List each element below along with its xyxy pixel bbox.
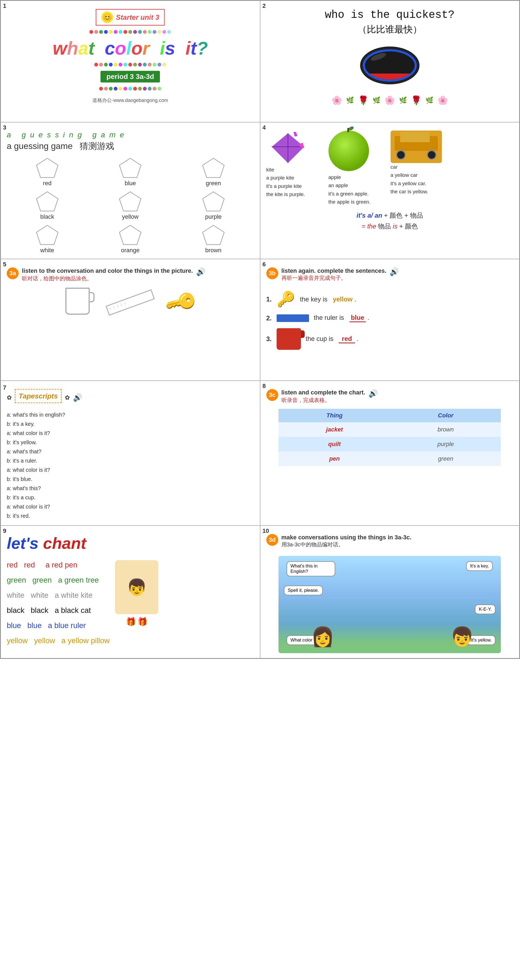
table-thing-3: pen bbox=[279, 452, 390, 466]
blue-ruler-image bbox=[277, 314, 309, 322]
sentence-row-2: 2. the ruler is blue . bbox=[266, 314, 514, 322]
starter-banner: 😊 Starter unit 3 bbox=[96, 9, 165, 26]
dot bbox=[157, 30, 161, 34]
speaker-icon-7[interactable]: 🔊 bbox=[73, 391, 82, 404]
chant-line-red: red red a red pen bbox=[7, 557, 110, 573]
gift-boxes: 🎁 🎁 bbox=[126, 617, 147, 627]
cell-2: 2 who is the quickest? （比比谁最快） 🌸 🌿 🌹 🌿 🌸… bbox=[260, 0, 520, 122]
section-header-6: 3b listen again. complete the sentences.… bbox=[266, 267, 514, 286]
dot bbox=[133, 30, 137, 34]
pentagon-item-white: white bbox=[7, 224, 88, 254]
pentagon-svg-green bbox=[201, 157, 225, 179]
dots-row-extra bbox=[99, 87, 161, 91]
guessing-title-en: a g u e s s i n g g a m e bbox=[7, 130, 254, 139]
cell-number-3: 3 bbox=[3, 124, 6, 131]
cell-number-1: 1 bbox=[3, 2, 6, 10]
table-row-3: pen green bbox=[279, 452, 501, 466]
key-object: 🔑 bbox=[168, 290, 195, 315]
sentence-num-2: 2. bbox=[266, 314, 272, 322]
flower-icon: 🌹 bbox=[411, 95, 422, 105]
dots-row-top bbox=[89, 30, 171, 34]
dot bbox=[109, 30, 113, 34]
pentagon-label-white: white bbox=[40, 247, 54, 254]
speech-bubble-2: It's a key. bbox=[466, 561, 493, 571]
tape-flower-right: ✿ bbox=[65, 393, 70, 402]
chant-line-white: white white a white kite bbox=[7, 588, 110, 603]
pentagon-label-orange: orange bbox=[121, 247, 140, 254]
sentence-row-3: 3. the cup is red . bbox=[266, 328, 514, 350]
cell-number-2: 2 bbox=[263, 2, 266, 10]
dot bbox=[157, 63, 161, 67]
svg-marker-8 bbox=[203, 225, 224, 244]
sentence-text-3: the cup is red . bbox=[306, 335, 359, 343]
item-kite: kite a purple kite it's a purple kite th… bbox=[266, 130, 320, 199]
section-header-8: 3c listen and complete the chart. 听录音，完成… bbox=[266, 389, 514, 404]
dot bbox=[109, 87, 113, 91]
conversation-scene: What's this in English? It's a key. Spel… bbox=[279, 556, 501, 653]
bubble-text-4: K-E-Y. bbox=[479, 607, 491, 612]
pentagon-svg-purple bbox=[201, 191, 225, 212]
dot bbox=[104, 63, 108, 67]
sentence-row-1: 1. 🔑 the key is yellow . bbox=[266, 290, 514, 308]
table-thing-2: quilt bbox=[279, 437, 390, 452]
kite-text: kite a purple kite it's a purple kite th… bbox=[266, 166, 305, 199]
svg-marker-2 bbox=[203, 158, 224, 177]
guessing-title-cn: a guessing game 猜测游戏 bbox=[7, 140, 254, 152]
pentagon-label-black: black bbox=[40, 213, 54, 220]
speaker-icon-8[interactable]: 🔊 bbox=[368, 389, 378, 398]
lets-text: let's bbox=[7, 534, 39, 552]
quickest-title-en: who is the quickest? bbox=[325, 9, 455, 21]
pentagon-item-yellow: yellow bbox=[90, 191, 171, 220]
sentence-num-1: 1. bbox=[266, 296, 272, 303]
badge-3a: 3a bbox=[7, 267, 19, 279]
tape-line-12: b: it's red. bbox=[7, 511, 254, 520]
pentagon-label-red: red bbox=[43, 180, 52, 187]
speaker-icon-5[interactable]: 🔊 bbox=[196, 267, 206, 276]
pentagon-label-blue: blue bbox=[125, 180, 136, 187]
dot bbox=[99, 87, 103, 91]
section-text-6: listen again. complete the sentences. 再听… bbox=[281, 267, 387, 286]
section-header-10: 3d make conversations using the things i… bbox=[266, 534, 514, 552]
tape-line-10: b: it's a cup. bbox=[7, 493, 254, 502]
item-apple: apple an apple it's a green apple. the a… bbox=[328, 130, 382, 206]
dot bbox=[162, 30, 166, 34]
dot bbox=[162, 63, 166, 67]
bubble-text-6: It's yellow. bbox=[471, 638, 491, 643]
pentagon-svg-yellow bbox=[118, 191, 143, 212]
cell-number-9: 9 bbox=[3, 527, 6, 535]
dot bbox=[148, 30, 152, 34]
section-title-cn-10: 用3a-3c中的物品编对话。 bbox=[281, 541, 412, 548]
dot bbox=[99, 63, 103, 67]
tape-line-5: a: what's that? bbox=[7, 447, 254, 456]
dot bbox=[138, 63, 142, 67]
dot bbox=[143, 63, 147, 67]
dot bbox=[133, 87, 137, 91]
flower-icon: 🌸 bbox=[384, 95, 395, 105]
pentagon-item-green: green bbox=[173, 157, 254, 187]
dot bbox=[128, 63, 132, 67]
sentence-text-1: the key is yellow . bbox=[300, 296, 356, 303]
dot bbox=[114, 87, 117, 91]
dot bbox=[119, 30, 122, 34]
table-thing-1: jacket bbox=[279, 422, 390, 437]
tape-line-11: a: what color is it? bbox=[7, 502, 254, 511]
dot bbox=[114, 63, 117, 67]
speaker-icon-6[interactable]: 🔊 bbox=[390, 267, 399, 276]
tape-line-8: b: it's blue. bbox=[7, 474, 254, 484]
tape-line-6: b: it's a ruler. bbox=[7, 456, 254, 465]
dot bbox=[119, 63, 122, 67]
dot bbox=[119, 87, 122, 91]
section-title-en-6: listen again. complete the sentences. bbox=[281, 267, 387, 274]
table-row-2: quilt purple bbox=[279, 437, 501, 452]
speech-bubble-3: Spell it, please. bbox=[284, 585, 323, 595]
bubble-text-1: What's this in English? bbox=[290, 563, 318, 574]
ruler-shape: | | | | | bbox=[106, 289, 155, 315]
character-shinnosuke: 👦 bbox=[115, 560, 158, 614]
dot bbox=[104, 87, 108, 91]
dot bbox=[148, 63, 152, 67]
tape-line-4: b: it's yellow. bbox=[7, 438, 254, 447]
bubble-text-2: It's a key. bbox=[470, 563, 489, 568]
pentagon-item-orange: orange bbox=[90, 224, 171, 254]
dots-row-bottom bbox=[94, 63, 166, 67]
key-icon-5: 🔑 bbox=[163, 285, 200, 320]
